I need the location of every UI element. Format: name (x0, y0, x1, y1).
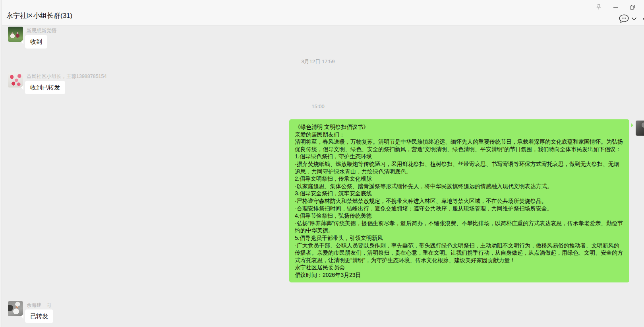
timestamp: 3月12日 17:59 (2, 58, 634, 65)
message-row: 新思想新觉悟 收到 (8, 27, 167, 51)
message-list[interactable]: 新思想新觉悟 收到 3月12日 17:59 益民社区小组长，王琼13988785… (2, 25, 644, 327)
chat-title: 永宁社区小组长群(31) (6, 11, 72, 20)
chevron-down-icon (631, 17, 637, 21)
timestamp: 15:00 (2, 103, 634, 109)
speech-bubble-ellipsis-icon (619, 14, 629, 24)
wechat-chat-window: 永宁社区小组长群(31) (0, 0, 644, 327)
message-bubble[interactable]: 收到 (25, 35, 47, 49)
overflow-menu-button[interactable] (642, 17, 644, 20)
sent-message-bubble[interactable]: 《绿色清明 文明祭扫倡议书》 亲爱的居民朋友们： 清明将至，春风送暖，万物复苏。… (289, 119, 629, 282)
minimize-button[interactable] (610, 2, 622, 12)
self-avatar[interactable] (636, 121, 644, 136)
message-bubble[interactable]: 已转发 (25, 309, 53, 323)
collapse-button[interactable] (630, 16, 638, 21)
pin-button[interactable] (593, 2, 605, 12)
message-bubble[interactable]: 收到已转发 (25, 81, 65, 94)
sender-name: 益民社区小组长，王琼13988785154 (27, 73, 106, 80)
message-row: 益民社区小组长，王琼13988785154 收到已转发 (8, 72, 167, 96)
titlebar: 永宁社区小组长群(31) (2, 0, 644, 25)
restore-button[interactable] (627, 2, 638, 12)
minimize-icon (613, 4, 619, 10)
pin-icon (596, 4, 602, 10)
sender-name: 新思想新觉悟 (27, 27, 56, 34)
message-row: 余海建 哥 已转发 (8, 301, 167, 325)
sender-name: 余海建 哥 (27, 302, 52, 309)
restore-icon (630, 4, 635, 10)
chat-more-button[interactable] (618, 13, 630, 24)
